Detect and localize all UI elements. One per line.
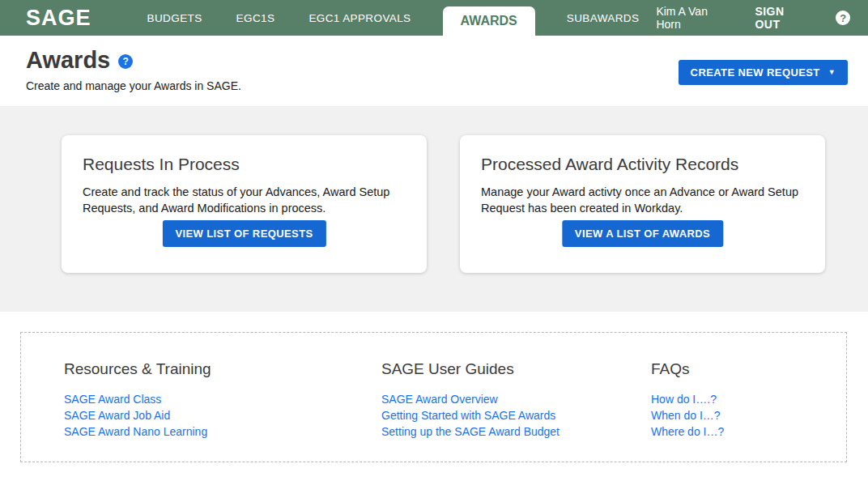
card-description: Manage your Award activty once an Advanc… <box>481 184 804 216</box>
card-title: Requests In Process <box>83 155 406 174</box>
nav-item-subawards[interactable]: SUBAWARDS <box>567 12 640 24</box>
resources-training-heading: Resources & Training <box>64 360 381 378</box>
link-when-do-i[interactable]: When do I…? <box>651 407 724 423</box>
link-setting-up-sage-award-budget[interactable]: Setting up the SAGE Award Budget <box>381 423 651 440</box>
link-where-do-i[interactable]: Where do I…? <box>651 423 724 440</box>
link-getting-started-sage-awards[interactable]: Getting Started with SAGE Awards <box>381 407 651 423</box>
chevron-down-icon: ▼ <box>828 69 836 76</box>
link-how-do-i[interactable]: How do I….? <box>651 391 724 407</box>
resources-section: Resources & Training SAGE Award Class SA… <box>0 312 868 462</box>
navbar-right: Kim A Van Horn SIGN OUT ? <box>656 5 850 31</box>
sign-out-button[interactable]: SIGN OUT <box>755 5 812 31</box>
user-guides-column: SAGE User Guides SAGE Award Overview Get… <box>381 360 651 462</box>
faqs-column: FAQs How do I….? When do I…? Where do I…… <box>651 360 724 462</box>
page-title: Awards <box>26 47 110 74</box>
link-sage-award-nano-learning[interactable]: SAGE Award Nano Learning <box>64 423 381 440</box>
card-processed-award-activity: Processed Award Activity Records Manage … <box>460 135 825 273</box>
nav-item-egc1-approvals[interactable]: EGC1 APPROVALS <box>308 12 411 24</box>
create-new-request-label: CREATE NEW REQUEST <box>691 66 820 79</box>
user-guides-heading: SAGE User Guides <box>381 360 651 378</box>
sage-logo: SAGE <box>26 6 91 31</box>
view-list-of-requests-button[interactable]: VIEW LIST OF REQUESTS <box>162 220 326 247</box>
card-title: Processed Award Activity Records <box>481 155 804 174</box>
top-navbar: SAGE BUDGETS EGC1S EGC1 APPROVALS AWARDS… <box>0 0 868 36</box>
card-description: Create and track the status of your Adva… <box>83 184 406 216</box>
nav-item-egc1s[interactable]: EGC1S <box>236 12 275 24</box>
faqs-heading: FAQs <box>651 360 724 378</box>
resources-training-column: Resources & Training SAGE Award Class SA… <box>64 360 381 462</box>
user-name: Kim A Van Horn <box>656 5 734 31</box>
nav-item-budgets[interactable]: BUDGETS <box>147 12 202 24</box>
card-requests-in-process: Requests In Process Create and track the… <box>62 135 427 273</box>
create-new-request-button[interactable]: CREATE NEW REQUEST ▼ <box>679 60 848 85</box>
awards-help-icon[interactable]: ? <box>118 54 133 69</box>
page-header: Awards ? Create and manage your Awards i… <box>0 36 868 106</box>
help-icon[interactable]: ? <box>836 11 850 25</box>
cards-section: Requests In Process Create and track the… <box>0 106 868 312</box>
link-sage-award-overview[interactable]: SAGE Award Overview <box>381 391 651 407</box>
link-sage-award-job-aid[interactable]: SAGE Award Job Aid <box>64 407 381 423</box>
resources-box: Resources & Training SAGE Award Class SA… <box>20 332 847 462</box>
nav-tab-awards-active[interactable]: AWARDS <box>443 6 535 36</box>
view-a-list-of-awards-button[interactable]: VIEW A LIST OF AWARDS <box>562 220 723 247</box>
link-sage-award-class[interactable]: SAGE Award Class <box>64 391 381 407</box>
